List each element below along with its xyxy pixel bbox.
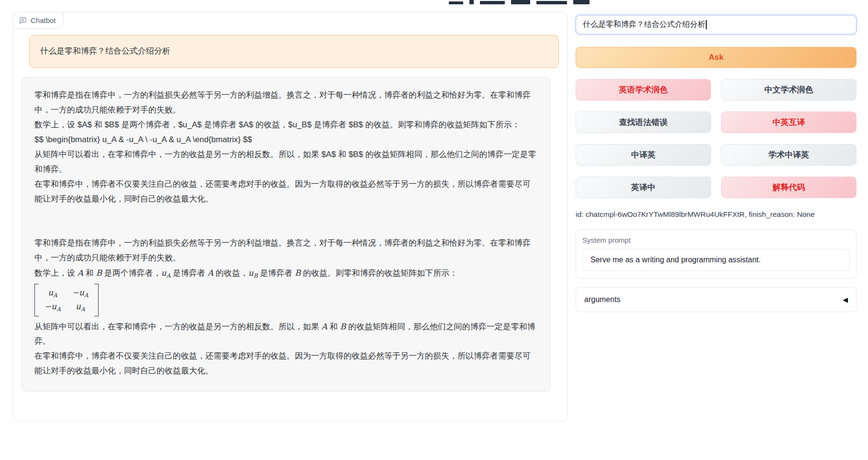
bot-raw-latex-formula: $$ \begin{bmatrix} u_A & -u_A \ -u_A & u… xyxy=(34,133,537,147)
btn-en-to-zh[interactable]: 英译中 xyxy=(576,177,711,198)
rendered-matrix: uA −uA −uA uA xyxy=(34,284,537,316)
matrix-cell: uA xyxy=(76,300,85,314)
matrix-left-bracket xyxy=(34,284,39,316)
control-column: 什么是零和博弈？结合公式介绍分析 Ask 英语学术润色 中文学术润色 查找语法错… xyxy=(576,12,857,421)
chatbot-panel-label: Chatbot xyxy=(13,12,64,29)
bot-raw-last-paragraph: 在零和博弈中，博弈者不仅要关注自己的收益，还需要考虑对手的收益。因为一方取得的收… xyxy=(34,177,537,207)
function-button-grid: 英语学术润色 中文学术润色 查找语法错误 中英互译 中译英 学术中译英 英译中 … xyxy=(576,79,857,198)
response-status-line: id: chatcmpl-6wOo7KrYTwMl89lbrMWRu4UkFFX… xyxy=(576,210,857,219)
bot-rendered-last-paragraph: 在零和博弈中，博弈者不仅要关注自己的收益，还需要考虑对手的收益。因为一方取得的收… xyxy=(34,349,537,379)
matrix-cell: uA xyxy=(48,286,57,300)
bot-rendered-paragraph: 零和博弈是指在博弈中，一方的利益损失必然等于另一方的利益增益。换言之，对于每一种… xyxy=(34,236,537,266)
app-root: Chatbot 什么是零和博弈？结合公式介绍分析 零和博弈是指在博弈中，一方的利… xyxy=(0,0,868,421)
bot-raw-conclusion: 从矩阵中可以看出，在零和博弈中，一方的收益是另一方的相反数。所以，如果 $A$ … xyxy=(34,147,537,177)
text-cursor xyxy=(706,20,707,29)
chat-bubble-icon xyxy=(19,17,27,24)
bot-message-bubble: 零和博弈是指在博弈中，一方的利益损失必然等于另一方的利益增益。换言之，对于每一种… xyxy=(22,77,550,392)
chatbot-panel-label-text: Chatbot xyxy=(31,16,56,24)
matrix-right-bracket xyxy=(94,284,99,316)
bot-rendered-conclusion: 从矩阵中可以看出，在零和博弈中，一方的收益是另一方的相反数。所以，如果 A 和 … xyxy=(34,319,537,349)
btn-chinese-academic-polish[interactable]: 中文学术润色 xyxy=(721,79,857,101)
btn-explain-code[interactable]: 解释代码 xyxy=(721,177,857,198)
bot-raw-paragraph: 零和博弈是指在博弈中，一方的利益损失必然等于另一方的利益增益。换言之，对于每一种… xyxy=(34,88,537,118)
arguments-accordion[interactable]: arguments ◀ xyxy=(576,287,857,312)
bot-message-gap xyxy=(34,206,537,236)
chatbot-panel: Chatbot 什么是零和博弈？结合公式介绍分析 零和博弈是指在博弈中，一方的利… xyxy=(13,12,568,421)
ask-button[interactable]: Ask xyxy=(576,47,857,68)
chat-messages: 什么是零和博弈？结合公式介绍分析 零和博弈是指在博弈中，一方的利益损失必然等于另… xyxy=(13,12,567,392)
bot-raw-math-intro: 数学上，设 $A$ 和 $B$ 是两个博弈者，$u_A$ 是博弈者 $A$ 的收… xyxy=(34,118,537,133)
arguments-accordion-label: arguments xyxy=(584,295,621,304)
btn-find-grammar-errors[interactable]: 查找语法错误 xyxy=(576,112,711,133)
system-prompt-card: System prompt Serve me as a writing and … xyxy=(576,229,857,279)
matrix-cell: −uA xyxy=(72,286,89,300)
system-prompt-value: Serve me as a writing and programming as… xyxy=(590,256,761,264)
btn-zh-to-en[interactable]: 中译英 xyxy=(576,144,711,166)
matrix-cell: −uA xyxy=(45,300,61,314)
clipped-page-title xyxy=(449,0,607,4)
question-input-value: 什么是零和博弈？结合公式介绍分析 xyxy=(583,20,705,30)
btn-zh-en-mutual-translate[interactable]: 中英互译 xyxy=(721,112,857,133)
user-message-text: 什么是零和博弈？结合公式介绍分析 xyxy=(40,46,170,56)
bot-rendered-math-intro: 数学上，设 A 和 B 是两个博弈者，uA 是博弈者 A 的收益，uB 是博弈者… xyxy=(34,266,537,281)
question-input[interactable]: 什么是零和博弈？结合公式介绍分析 xyxy=(576,15,857,34)
user-message-bubble: 什么是零和博弈？结合公式介绍分析 xyxy=(29,35,559,68)
accordion-collapse-icon: ◀ xyxy=(843,296,848,303)
btn-english-academic-polish[interactable]: 英语学术润色 xyxy=(576,79,711,101)
btn-academic-zh-to-en[interactable]: 学术中译英 xyxy=(721,144,857,166)
system-prompt-input[interactable]: Serve me as a writing and programming as… xyxy=(582,249,850,271)
system-prompt-label: System prompt xyxy=(582,236,850,244)
chatbot-column: Chatbot 什么是零和博弈？结合公式介绍分析 零和博弈是指在博弈中，一方的利… xyxy=(13,12,568,421)
